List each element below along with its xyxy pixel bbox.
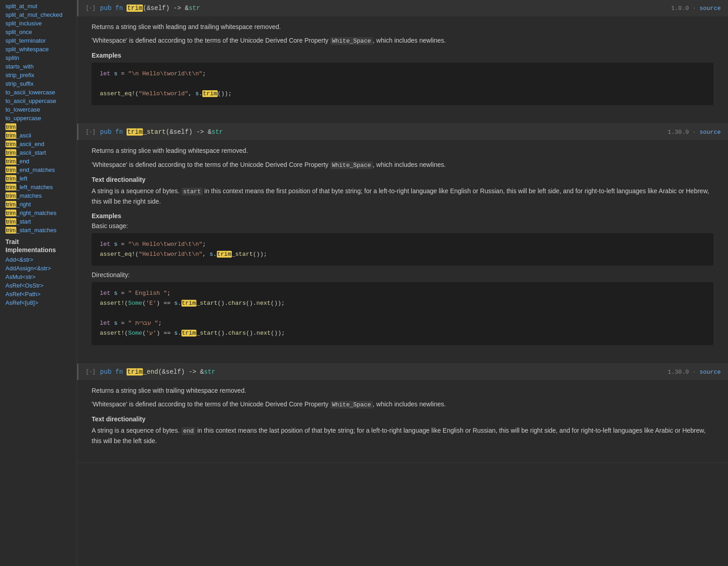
trim-start-desc: Returns a string slice with leading whit…: [92, 146, 713, 156]
sidebar-item-split-inclusive[interactable]: split_inclusive: [0, 19, 77, 28]
sidebar-item-trait-AsRef-Path-[interactable]: AsRef<Path>: [0, 290, 77, 298]
trim-start-basic-usage-label: Basic usage:: [92, 222, 713, 229]
trim-end-signature-area: [-] pub fn trim_end(&self) -> &str: [86, 368, 215, 376]
sidebar-item-trim-start[interactable]: trim_start: [0, 217, 77, 226]
collapse-icon-end[interactable]: [-]: [86, 369, 96, 375]
trim-start-whitespace-note: 'Whitespace' is defined according to the…: [92, 160, 713, 171]
fn-name-trim-end-prefix: trim: [127, 368, 143, 376]
sidebar-item-strip-suffix[interactable]: strip_suffix: [0, 79, 77, 88]
code-line: [100, 79, 705, 89]
trim-end-header: [-] pub fn trim_end(&self) -> &str 1.30.…: [77, 364, 728, 380]
trim-end-version: 1.30.0 ·: [668, 369, 699, 376]
trim-whitespace-note: 'Whitespace' is defined according to the…: [92, 35, 713, 46]
sidebar-item-trim-left-matches[interactable]: trim_left_matches: [0, 183, 77, 191]
trait-implementations-header: Trait: [0, 234, 77, 246]
trim-code-block: let s = "\n Hello\tworld\t\n"; assert_eq…: [92, 63, 713, 105]
trim-start-header: [-] pub fn trim_start(&self) -> &str 1.3…: [77, 124, 728, 140]
sidebar-item-split-at-mut-checked[interactable]: split_at_mut_checked: [0, 10, 77, 19]
sidebar-item-trait-Add--str-[interactable]: Add<&str>: [0, 255, 77, 264]
sidebar-item-trim-ascii-start[interactable]: trim_ascii_start: [0, 148, 77, 157]
sidebar-item-trim-matches[interactable]: trim_matches: [0, 191, 77, 200]
sidebar-item-splitn[interactable]: splitn: [0, 54, 77, 62]
sidebar-item-trait-AddAssign--str-[interactable]: AddAssign<&str>: [0, 264, 77, 273]
sidebar-item-trait-AsRef-OsStr-[interactable]: AsRef<OsStr>: [0, 281, 77, 290]
sidebar-item-split-terminator[interactable]: split_terminator: [0, 36, 77, 45]
trim-start-code-block-1: let s = "\n Hello\tworld\t\n"; assert_eq…: [92, 233, 713, 266]
fn-name-trim-end-suffix: _end: [143, 368, 158, 376]
trim-end-source-link[interactable]: source: [699, 369, 721, 376]
main-content: [-] pub fn trim(&self) -> &str 1.0.0 · s…: [77, 0, 728, 566]
sidebar-item-trait-AsRef--u8--[interactable]: AsRef<[u8]>: [0, 298, 77, 307]
code-line: assert!(Some('E') == s.trim_start().char…: [100, 298, 705, 308]
sidebar: split_at_mutsplit_at_mut_checkedsplit_in…: [0, 0, 77, 566]
trim-end-dir-desc: A string is a sequence of bytes. end in …: [92, 425, 713, 446]
code-line: assert_eq!("Hello\tworld", s.trim());: [100, 89, 705, 99]
sidebar-item-split-once[interactable]: split_once: [0, 28, 77, 36]
trim-signature: pub fn trim(&self) -> &str: [100, 5, 200, 12]
sidebar-item-trim-right[interactable]: trim_right: [0, 200, 77, 209]
sidebar-item-to-ascii-lowercase[interactable]: to_ascii_lowercase: [0, 88, 77, 97]
sidebar-item-trim-ascii-end[interactable]: trim_ascii_end: [0, 140, 77, 148]
code-line: let s = " עברית ";: [100, 318, 705, 328]
trim-end-section: [-] pub fn trim_end(&self) -> &str 1.30.…: [77, 364, 728, 463]
code-line: let s = "\n Hello\tworld\t\n";: [100, 69, 705, 79]
sidebar-item-trait-AsMut-str-[interactable]: AsMut<str>: [0, 273, 77, 281]
code-line: let s = " English ";: [100, 288, 705, 298]
trim-start-dir-label: Directionality:: [92, 271, 713, 278]
trim-header: [-] pub fn trim(&self) -> &str 1.0.0 · s…: [77, 0, 728, 16]
trim-end-whitespace-note: 'Whitespace' is defined according to the…: [92, 399, 713, 410]
code-line: [100, 308, 705, 318]
trim-start-code-block-2: let s = " English "; assert!(Some('E') =…: [92, 282, 713, 345]
sidebar-item-strip-prefix[interactable]: strip_prefix: [0, 71, 77, 79]
trim-end-dir-title: Text directionality: [92, 415, 713, 423]
trim-start-version: 1.30.0 ·: [668, 129, 699, 136]
trim-start-dir-title: Text directionality: [92, 176, 713, 183]
sidebar-item-split-at-mut[interactable]: split_at_mut: [0, 2, 77, 10]
trim-end-desc: Returns a string slice with trailing whi…: [92, 385, 713, 395]
trim-start-examples-title: Examples: [92, 212, 713, 220]
trim-desc: Returns a string slice with leading and …: [92, 22, 713, 32]
trim-start-section: [-] pub fn trim_start(&self) -> &str 1.3…: [77, 124, 728, 363]
trim-start-signature-area: [-] pub fn trim_start(&self) -> &str: [86, 128, 223, 136]
trim-section: [-] pub fn trim(&self) -> &str 1.0.0 · s…: [77, 0, 728, 124]
trim-end-signature: pub fn trim_end(&self) -> &str: [100, 368, 215, 376]
trim-start-version-source: 1.30.0 · source: [668, 128, 721, 136]
trim-end-body: Returns a string slice with trailing whi…: [77, 380, 728, 455]
sidebar-item-trim-ascii[interactable]: trim_ascii: [0, 131, 77, 140]
sidebar-item-trim-right-matches[interactable]: trim_right_matches: [0, 209, 77, 217]
code-line: let s = "\n Hello\tworld\t\n";: [100, 239, 705, 249]
collapse-icon[interactable]: [-]: [86, 5, 96, 11]
fn-name-trim-start-suffix: _start: [143, 128, 166, 136]
sidebar-item-to-lowercase[interactable]: to_lowercase: [0, 105, 77, 114]
sidebar-item-starts-with[interactable]: starts_with: [0, 62, 77, 71]
code-line: assert!(Some('ע') == s.trim_start().char…: [100, 328, 705, 338]
trim-start-source-link[interactable]: source: [699, 129, 721, 136]
sidebar-item-trim-left[interactable]: trim_left: [0, 174, 77, 183]
sidebar-item-trim-end-matches[interactable]: trim_end_matches: [0, 166, 77, 174]
trim-end-version-source: 1.30.0 · source: [668, 368, 721, 376]
fn-name-trim-start-prefix: trim: [127, 128, 143, 136]
trim-start-signature: pub fn trim_start(&self) -> &str: [100, 128, 223, 136]
trim-version: 1.0.0 ·: [671, 5, 699, 12]
trim-examples-title: Examples: [92, 52, 713, 59]
sidebar-item-to-ascii-uppercase[interactable]: to_ascii_uppercase: [0, 97, 77, 105]
collapse-icon-start[interactable]: [-]: [86, 129, 96, 135]
trim-start-body: Returns a string slice with leading whit…: [77, 140, 728, 356]
sidebar-item-trim[interactable]: trim: [0, 122, 77, 131]
sidebar-item-to-uppercase[interactable]: to_uppercase: [0, 114, 77, 122]
trim-start-dir-desc: A string is a sequence of bytes. start i…: [92, 186, 713, 207]
trim-body: Returns a string slice with leading and …: [77, 16, 728, 116]
sidebar-item-trim-start-matches[interactable]: trim_start_matches: [0, 226, 77, 234]
trim-signature-area: [-] pub fn trim(&self) -> &str: [86, 5, 200, 12]
trim-source-link[interactable]: source: [699, 5, 721, 12]
trait-implementations-subheader: Implementations: [0, 246, 77, 255]
sidebar-item-split-whitespace[interactable]: split_whitespace: [0, 45, 77, 54]
fn-name-trim: trim: [127, 5, 143, 12]
trim-version-source: 1.0.0 · source: [671, 5, 721, 12]
code-line: assert_eq!("Hello\tworld\t\n", s.trim_st…: [100, 249, 705, 259]
sidebar-item-trim-end[interactable]: trim_end: [0, 157, 77, 166]
